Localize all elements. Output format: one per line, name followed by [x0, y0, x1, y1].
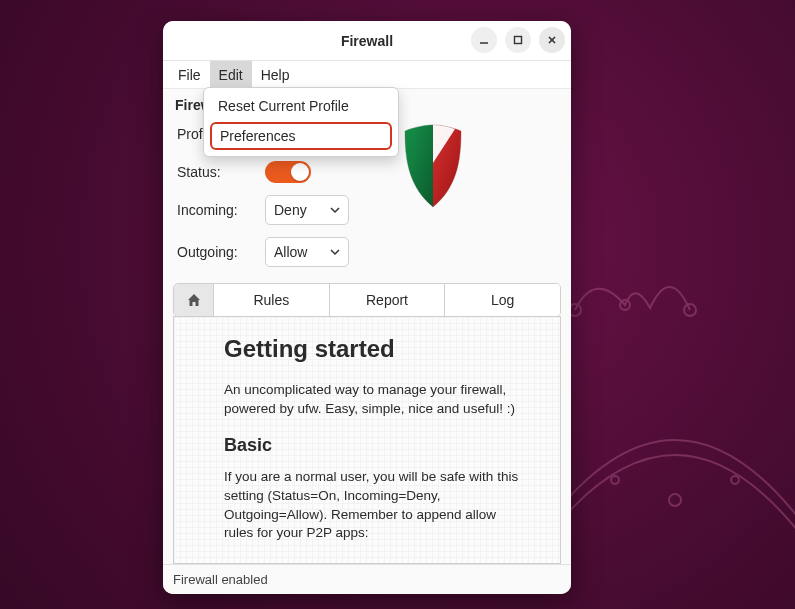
menu-reset-current-profile[interactable]: Reset Current Profile — [204, 92, 398, 120]
window-title: Firewall — [341, 33, 393, 49]
chevron-down-icon — [330, 202, 340, 218]
content-subheading: Basic — [224, 435, 544, 456]
content-inner: Getting started An uncomplicated way to … — [224, 335, 544, 543]
content-basic-text: If you are a normal user, you will be sa… — [224, 468, 519, 544]
content-panel: Getting started An uncomplicated way to … — [173, 316, 561, 564]
outgoing-value: Allow — [274, 244, 307, 260]
tab-rules[interactable]: Rules — [214, 284, 330, 316]
status-text: Firewall enabled — [173, 572, 268, 587]
menubar: File Edit Help Reset Current Profile Pre… — [163, 61, 571, 89]
outgoing-label: Outgoing: — [177, 244, 255, 260]
titlebar: Firewall — [163, 21, 571, 61]
close-button[interactable] — [539, 27, 565, 53]
desktop-background: Firewall File Edit Help Reset Current Pr… — [0, 0, 795, 609]
maximize-button[interactable] — [505, 27, 531, 53]
svg-point-5 — [731, 476, 739, 484]
incoming-label: Incoming: — [177, 202, 255, 218]
chevron-down-icon — [330, 244, 340, 260]
svg-point-4 — [611, 476, 619, 484]
svg-point-3 — [669, 494, 681, 506]
maximize-icon — [512, 34, 524, 46]
close-icon — [546, 34, 558, 46]
window-controls — [471, 27, 565, 53]
menu-edit[interactable]: Edit — [210, 61, 252, 88]
svg-rect-7 — [515, 37, 522, 44]
edit-dropdown: Reset Current Profile Preferences — [203, 87, 399, 157]
svg-point-1 — [620, 300, 630, 310]
incoming-select[interactable]: Deny — [265, 195, 349, 225]
shield-icon — [397, 121, 469, 211]
tab-report[interactable]: Report — [330, 284, 446, 316]
menu-help[interactable]: Help — [252, 61, 299, 88]
window-body: Firewall Profile: Home Status: Incoming:… — [163, 89, 571, 564]
minimize-button[interactable] — [471, 27, 497, 53]
incoming-value: Deny — [274, 202, 307, 218]
content-heading: Getting started — [224, 335, 544, 363]
outgoing-select[interactable]: Allow — [265, 237, 349, 267]
menu-preferences[interactable]: Preferences — [210, 122, 392, 150]
svg-point-2 — [684, 304, 696, 316]
menu-file[interactable]: File — [169, 61, 210, 88]
tab-home[interactable] — [174, 284, 214, 316]
content-intro: An uncomplicated way to manage your fire… — [224, 381, 519, 419]
status-toggle[interactable] — [265, 161, 311, 183]
status-label: Status: — [177, 164, 255, 180]
toggle-knob — [291, 163, 309, 181]
statusbar: Firewall enabled — [163, 564, 571, 594]
tab-log[interactable]: Log — [445, 284, 560, 316]
tabs: Rules Report Log — [173, 283, 561, 317]
minimize-icon — [478, 34, 490, 46]
firewall-window: Firewall File Edit Help Reset Current Pr… — [163, 21, 571, 594]
home-icon — [186, 292, 202, 308]
